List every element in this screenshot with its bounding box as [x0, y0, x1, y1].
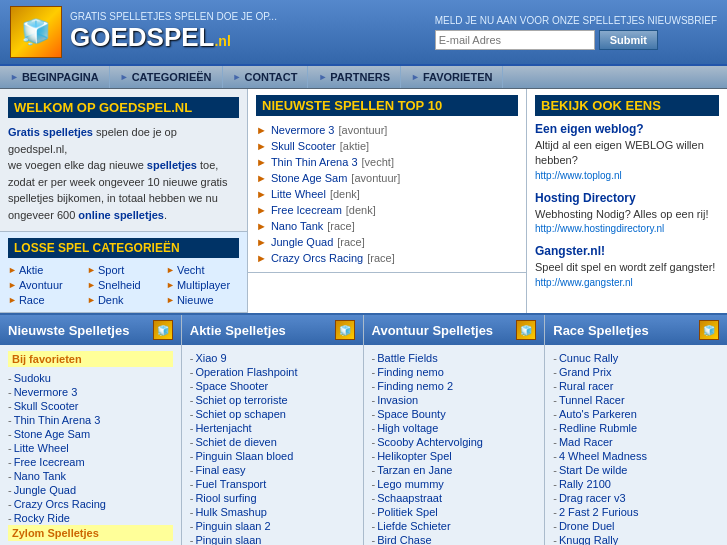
- bottom-game-item[interactable]: -Redline Rubmle: [553, 421, 719, 435]
- category-item[interactable]: ► Aktie: [8, 264, 81, 276]
- top10-item[interactable]: ►Crazy Orcs Racing [race]: [256, 250, 518, 266]
- bottom-game-item[interactable]: -Pinguin Slaan bloed: [190, 449, 355, 463]
- bottom-game-item[interactable]: -Rural racer: [553, 379, 719, 393]
- bottom-game-item[interactable]: -Riool surfing: [190, 491, 355, 505]
- bullet-icon: ►: [256, 140, 267, 152]
- bottom-game-item[interactable]: -Nevermore 3: [8, 385, 173, 399]
- bottom-game-item[interactable]: -Schiet op terroriste: [190, 393, 355, 407]
- bottom-game-item[interactable]: -4 Wheel Madness: [553, 449, 719, 463]
- bottom-game-item[interactable]: -High voltage: [372, 421, 537, 435]
- top10-item[interactable]: ►Thin Thin Arena 3 [vecht]: [256, 154, 518, 170]
- game-link[interactable]: Skull Scooter: [271, 140, 336, 152]
- nav-item-partners[interactable]: ► PARTNERS: [308, 66, 401, 88]
- category-item[interactable]: ► Snelheid: [87, 279, 160, 291]
- nav-item-contact[interactable]: ► CONTACT: [223, 66, 309, 88]
- nav-item-favorieten[interactable]: ► FAVORIETEN: [401, 66, 503, 88]
- category-item[interactable]: ► Avontuur: [8, 279, 81, 291]
- bottom-game-item[interactable]: -Skull Scooter: [8, 399, 173, 413]
- bottom-col-content: -Xiao 9-Operation Flashpoint-Space Shoot…: [182, 345, 363, 545]
- bottom-game-item[interactable]: -Auto's Parkeren: [553, 407, 719, 421]
- bottom-game-item[interactable]: -Grand Prix: [553, 365, 719, 379]
- category-item[interactable]: ► Race: [8, 294, 81, 306]
- bottom-game-item[interactable]: -Tarzan en Jane: [372, 463, 537, 477]
- bottom-game-item[interactable]: -Final easy: [190, 463, 355, 477]
- bullet-icon: ►: [256, 124, 267, 136]
- nav-item-categorieën[interactable]: ► CATEGORIEËN: [110, 66, 223, 88]
- top10-item[interactable]: ►Jungle Quad [race]: [256, 234, 518, 250]
- game-link[interactable]: Crazy Orcs Racing: [271, 252, 363, 264]
- bottom-game-item[interactable]: -Scooby Achtervolging: [372, 435, 537, 449]
- top10-item[interactable]: ►Skull Scooter [aktie]: [256, 138, 518, 154]
- game-link[interactable]: Stone Age Sam: [271, 172, 347, 184]
- bottom-game-item[interactable]: -Jungle Quad: [8, 483, 173, 497]
- bottom-game-item[interactable]: -Drag racer v3: [553, 491, 719, 505]
- game-link[interactable]: Litte Wheel: [271, 188, 326, 200]
- game-link[interactable]: Thin Thin Arena 3: [271, 156, 358, 168]
- bottom-game-item[interactable]: -Nano Tank: [8, 469, 173, 483]
- bottom-game-item[interactable]: -Pinguin slaan 2: [190, 519, 355, 533]
- bottom-game-item[interactable]: -2 Fast 2 Furious: [553, 505, 719, 519]
- bottom-game-item[interactable]: -Rally 2100: [553, 477, 719, 491]
- bottom-game-item[interactable]: -Hulk Smashup: [190, 505, 355, 519]
- dash-icon: -: [372, 422, 376, 434]
- category-item[interactable]: ► Vecht: [166, 264, 239, 276]
- signup-label: MELD JE NU AAN VOOR ONZE SPELLETJES NIEU…: [435, 15, 717, 26]
- bekijk-link[interactable]: http://www.toplog.nl: [535, 170, 622, 181]
- bottom-game-item[interactable]: -Pinguin slaan: [190, 533, 355, 545]
- bottom-game-item[interactable]: -Rocky Ride: [8, 511, 173, 525]
- bottom-game-item[interactable]: -Drone Duel: [553, 519, 719, 533]
- bottom-game-item[interactable]: -Mad Racer: [553, 435, 719, 449]
- bottom-game-item[interactable]: -Start De wilde: [553, 463, 719, 477]
- bottom-game-item[interactable]: -Schiet de dieven: [190, 435, 355, 449]
- game-link[interactable]: Nevermore 3: [271, 124, 335, 136]
- bottom-game-item[interactable]: -Crazy Orcs Racing: [8, 497, 173, 511]
- bottom-game-item[interactable]: -Politiek Spel: [372, 505, 537, 519]
- top10-item[interactable]: ►Free Icecream [denk]: [256, 202, 518, 218]
- bottom-game-item[interactable]: -Battle Fields: [372, 351, 537, 365]
- middle-column: NIEUWSTE SPELLEN TOP 10 ►Nevermore 3 [av…: [248, 89, 527, 313]
- bekijk-link[interactable]: http://www.gangster.nl: [535, 277, 633, 288]
- top10-item[interactable]: ►Nevermore 3 [avontuur]: [256, 122, 518, 138]
- nav-item-beginpagina[interactable]: ► BEGINPAGINA: [0, 66, 110, 88]
- bottom-game-item[interactable]: -Finding nemo 2: [372, 379, 537, 393]
- bottom-game-item[interactable]: -Space Bounty: [372, 407, 537, 421]
- bullet-icon: ►: [87, 295, 96, 305]
- bottom-game-item[interactable]: -Helikopter Spel: [372, 449, 537, 463]
- bottom-game-item[interactable]: -Space Shooter: [190, 379, 355, 393]
- bottom-game-item[interactable]: -Invasion: [372, 393, 537, 407]
- bottom-game-item[interactable]: -Litte Wheel: [8, 441, 173, 455]
- game-link[interactable]: Free Icecream: [271, 204, 342, 216]
- bottom-game-item[interactable]: -Sudoku: [8, 371, 173, 385]
- bottom-game-item[interactable]: -Free Icecream: [8, 455, 173, 469]
- game-link[interactable]: Nano Tank: [271, 220, 323, 232]
- bottom-game-item[interactable]: -Fuel Transport: [190, 477, 355, 491]
- top10-item[interactable]: ►Stone Age Sam [avontuur]: [256, 170, 518, 186]
- bottom-game-item[interactable]: -Hertenjacht: [190, 421, 355, 435]
- top10-item[interactable]: ►Nano Tank [race]: [256, 218, 518, 234]
- bottom-game-item[interactable]: -Bird Chase: [372, 533, 537, 545]
- bottom-game-item[interactable]: -Knugg Rally: [553, 533, 719, 545]
- top10-item[interactable]: ►Litte Wheel [denk]: [256, 186, 518, 202]
- bottom-game-item[interactable]: -Tunnel Racer: [553, 393, 719, 407]
- game-link[interactable]: Jungle Quad: [271, 236, 333, 248]
- category-item[interactable]: ► Multiplayer: [166, 279, 239, 291]
- bottom-game-item[interactable]: -Liefde Schieter: [372, 519, 537, 533]
- bottom-game-item[interactable]: -Schaapstraat: [372, 491, 537, 505]
- dash-icon: -: [190, 464, 194, 476]
- email-input[interactable]: [435, 30, 595, 50]
- bottom-game-item[interactable]: -Lego mummy: [372, 477, 537, 491]
- bottom-game-item[interactable]: -Finding nemo: [372, 365, 537, 379]
- bottom-game-item[interactable]: -Cunuc Rally: [553, 351, 719, 365]
- bekijk-link[interactable]: http://www.hostingdirectory.nl: [535, 223, 664, 234]
- bottom-game-item[interactable]: -Operation Flashpoint: [190, 365, 355, 379]
- bottom-game-item[interactable]: -Schiet op schapen: [190, 407, 355, 421]
- bottom-game-item[interactable]: -Xiao 9: [190, 351, 355, 365]
- category-item[interactable]: ► Denk: [87, 294, 160, 306]
- bottom-game-item[interactable]: -Thin Thin Arena 3: [8, 413, 173, 427]
- bottom-game-item[interactable]: -Stone Age Sam: [8, 427, 173, 441]
- dash-icon: -: [190, 492, 194, 504]
- category-item[interactable]: ► Nieuwe: [166, 294, 239, 306]
- dash-icon: -: [553, 422, 557, 434]
- submit-button[interactable]: Submit: [599, 30, 658, 50]
- category-item[interactable]: ► Sport: [87, 264, 160, 276]
